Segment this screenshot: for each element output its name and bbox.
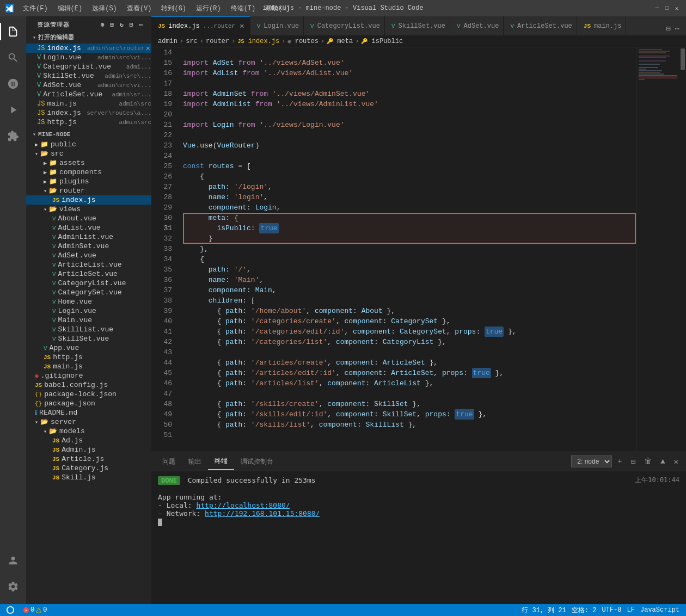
maximize-button[interactable]: □ [663, 4, 671, 12]
open-editor-index-js-server[interactable]: JS index.js server\routes\a... [26, 108, 151, 118]
menu-terminal[interactable]: 终端(T) [226, 3, 260, 14]
tab-debug-console[interactable]: 调试控制台 [234, 454, 280, 470]
folder-components[interactable]: ▶ 📁 components [26, 168, 151, 177]
open-editors-section[interactable]: ▾ 打开的编辑器 [26, 31, 151, 44]
extensions-activity-icon[interactable] [0, 123, 26, 149]
folder-models[interactable]: ▾ 📂 models [26, 427, 151, 436]
account-activity-icon[interactable] [0, 547, 26, 574]
menu-run[interactable]: 运行(R) [192, 3, 225, 14]
remote-icon[interactable] [4, 606, 16, 614]
code-editor[interactable]: import AdSet from '../views/AdSet.vue' i… [179, 47, 636, 452]
file-main-vue[interactable]: V Main.vue [26, 316, 151, 325]
indentation-status[interactable]: 空格: 2 [569, 606, 599, 615]
close-file-icon[interactable]: ✕ [145, 45, 151, 52]
file-http-js[interactable]: JS http.js [26, 353, 151, 362]
line-ending-status[interactable]: LF [625, 606, 637, 614]
split-editor-icon[interactable]: ⊟ [664, 22, 672, 35]
tab-terminal[interactable]: 终端 [208, 453, 234, 470]
menu-edit[interactable]: 编辑(E) [53, 3, 87, 14]
file-readme-md[interactable]: ℹ README.md [26, 408, 151, 417]
search-activity-icon[interactable] [0, 45, 26, 71]
more-actions-icon[interactable]: ⋯ [137, 21, 145, 28]
maximize-panel-icon[interactable]: ▲ [657, 455, 668, 468]
folder-src[interactable]: ▾ 📂 src [26, 149, 151, 158]
menu-file[interactable]: 文件(F) [19, 3, 52, 14]
collapse-all-icon[interactable]: ⊟ [128, 21, 136, 28]
debug-activity-icon[interactable] [0, 97, 26, 123]
file-app-vue[interactable]: V App.vue [26, 343, 151, 353]
file-article-js[interactable]: JS Article.js [26, 454, 151, 464]
file-adset-vue[interactable]: V AdSet.vue [26, 251, 151, 260]
split-terminal-icon[interactable]: ⊟ [628, 455, 639, 469]
file-router-index-js[interactable]: JS index.js [26, 195, 151, 205]
file-login-vue[interactable]: V Login.vue [26, 306, 151, 316]
encoding-status[interactable]: UTF-8 [600, 606, 624, 614]
file-admin-js[interactable]: JS Admin.js [26, 445, 151, 454]
file-categorylist-vue[interactable]: V CategoryList.vue [26, 279, 151, 288]
file-adminlist-vue[interactable]: V AdminList.vue [26, 232, 151, 242]
folder-public[interactable]: ▶ 📁 public [26, 140, 151, 149]
open-editor-skillset-vue[interactable]: V SkillSet.vue admin\src\... [26, 71, 151, 81]
local-url-link[interactable]: http://localhost:8080/ [196, 501, 290, 509]
trash-icon[interactable]: 🗑 [641, 455, 655, 468]
file-skillset-vue[interactable]: V SkillSet.vue [26, 334, 151, 343]
tab-index-js[interactable]: JS index.js ...router ✕ [151, 16, 250, 35]
tab-categorylist-vue[interactable]: V CategoryList.vue [304, 16, 385, 35]
open-editor-index-js[interactable]: JS index.js admin\src\router ✕ [26, 44, 151, 53]
new-folder-icon[interactable]: ⊞ [109, 21, 117, 28]
breadcrumb-routes[interactable]: ◉ routes [287, 38, 318, 45]
files-activity-icon[interactable] [0, 19, 26, 45]
breadcrumb-meta[interactable]: 🔑 meta [327, 38, 353, 45]
file-articlelist-vue[interactable]: V ArticleList.vue [26, 260, 151, 269]
editor-scrollbar[interactable] [679, 47, 686, 452]
close-panel-icon[interactable]: ✕ [671, 455, 682, 469]
file-ad-js[interactable]: JS Ad.js [26, 436, 151, 445]
file-main-js[interactable]: JS main.js [26, 362, 151, 371]
folder-router[interactable]: ▾ 📂 router [26, 186, 151, 195]
language-status[interactable]: JavaScript [638, 606, 682, 614]
tab-output[interactable]: 输出 [182, 454, 208, 470]
file-articleset-vue[interactable]: V ArticleSet.vue [26, 269, 151, 279]
source-control-activity-icon[interactable] [0, 71, 26, 97]
breadcrumb-ispublic[interactable]: 🔑 isPublic [361, 38, 403, 45]
file-about-vue[interactable]: V About.vue [26, 214, 151, 223]
file-category-js[interactable]: JS Category.js [26, 464, 151, 473]
breadcrumb-router[interactable]: router [206, 38, 229, 45]
open-editor-http-js[interactable]: JS http.js admin\src [26, 118, 151, 127]
file-gitignore[interactable]: ◉ .gitignore [26, 371, 151, 380]
file-package-lock-json[interactable]: {} package-lock.json [26, 390, 151, 399]
settings-activity-icon[interactable] [0, 574, 26, 600]
file-categoryset-vue[interactable]: V CategorySet.vue [26, 288, 151, 297]
errors-count[interactable]: ✕ 0 0 [21, 606, 49, 614]
open-editor-categorylist-vue[interactable]: V CategoryList.vue admi... [26, 62, 151, 71]
cursor-position-status[interactable]: 行 31, 列 21 [519, 606, 568, 615]
menu-view[interactable]: 查看(V) [122, 3, 156, 14]
new-file-icon[interactable]: ⊕ [99, 21, 107, 28]
scrollbar-thumb[interactable] [681, 48, 685, 70]
tab-login-vue[interactable]: V Login.vue [250, 16, 304, 35]
tab-adset-vue[interactable]: V AdSet.vue [450, 16, 504, 35]
tab-main-js[interactable]: JS main.js [577, 16, 627, 35]
open-editor-articleset-vue[interactable]: V ArticleSet.vue admin\sr... [26, 90, 151, 99]
terminal-selector[interactable]: 2: node [571, 455, 612, 467]
breadcrumb-index-js[interactable]: JS index.js [237, 38, 279, 45]
open-editor-login-vue[interactable]: V Login.vue admin\src\vi... [26, 53, 151, 62]
tab-skillset-vue[interactable]: V SkillSet.vue [385, 16, 450, 35]
minimize-button[interactable]: ─ [653, 4, 661, 12]
menu-goto[interactable]: 转到(G) [157, 3, 191, 14]
mine-node-section[interactable]: ▾ MINE-NODE [26, 129, 151, 140]
file-home-vue[interactable]: V Home.vue [26, 297, 151, 306]
close-button[interactable]: ✕ [673, 4, 681, 12]
add-terminal-icon[interactable]: + [614, 455, 625, 468]
menu-select[interactable]: 选择(S) [88, 3, 121, 14]
open-editor-main-js[interactable]: JS main.js admin\src [26, 99, 151, 108]
network-url-link[interactable]: http://192.168.101.15:8080/ [205, 509, 320, 518]
terminal-output[interactable]: DONE Compiled successfully in 253ms 上午10… [151, 471, 686, 604]
refresh-icon[interactable]: ↻ [118, 21, 126, 28]
folder-assets[interactable]: ▶ 📁 assets [26, 158, 151, 168]
file-skilllist-vue[interactable]: V SkillList.vue [26, 325, 151, 334]
breadcrumb-src[interactable]: src [186, 38, 198, 45]
folder-server[interactable]: ▾ 📂 server [26, 417, 151, 427]
file-adminset-vue[interactable]: V AdminSet.vue [26, 242, 151, 251]
file-babel-config-js[interactable]: JS babel.config.js [26, 380, 151, 390]
